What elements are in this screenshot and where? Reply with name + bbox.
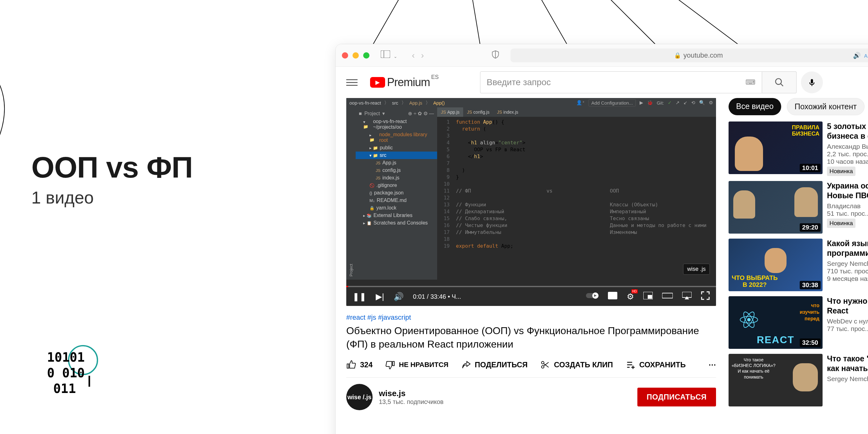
search-input[interactable]: Введите запрос ⌨ [480, 71, 762, 93]
recommendation-thumbnail[interactable]: ЧТО ВЫБРАТЬВ 2022?30:38 [728, 239, 823, 291]
sidebar-toggle-icon[interactable]: ⌄ [381, 51, 397, 60]
next-button[interactable]: ▶| [376, 292, 384, 302]
recommendation-meta: Украина ост... \ Новые ПВО...Владислав51… [827, 181, 868, 234]
channel-name[interactable]: wise.js [379, 389, 631, 398]
recommendation-age: 10 часов наза... [827, 158, 868, 165]
minimize-window-button[interactable] [352, 52, 359, 59]
recommendation-item[interactable]: 29:20Украина ост... \ Новые ПВО...Владис… [728, 181, 868, 234]
svg-text:10101: 10101 [47, 350, 85, 365]
recommendation-title: Украина ост... \ Новые ПВО... [827, 181, 868, 200]
recommendation-title: Что такое "б... как начать е... [827, 354, 868, 373]
share-button[interactable]: ПОДЕЛИТЬСЯ [461, 360, 528, 370]
svg-point-30 [747, 318, 750, 321]
translate-icon[interactable]: ᴀA [864, 52, 868, 59]
new-badge: Новинка [827, 219, 856, 228]
airplay-button[interactable] [682, 292, 691, 302]
audio-icon[interactable]: 🔊 [853, 52, 861, 59]
video-player[interactable]: oop-vs-fn-react〉 src〉 App.js〉 App() 👤⁺ A… [346, 98, 716, 306]
clip-button[interactable]: СОЗДАТЬ КЛИП [540, 360, 613, 370]
recommendation-channel: Sergey Nemch... [827, 260, 868, 267]
recommendation-title: Что нужно з... React [827, 296, 868, 315]
recommendation-item[interactable]: чтоизучитьпередREACT32:50Что нужно з... … [728, 296, 868, 349]
fullscreen-button[interactable] [701, 291, 710, 302]
privacy-shield-icon[interactable] [492, 50, 499, 61]
recommendation-channel: Владислав [827, 202, 868, 210]
search-button[interactable] [762, 71, 797, 93]
svg-text:0 010: 0 010 [47, 366, 85, 380]
window-controls [342, 52, 369, 59]
more-actions-button[interactable]: ⋯ [709, 360, 716, 369]
dislike-button[interactable]: НЕ НРАВИТСЯ [385, 360, 448, 370]
youtube-body: oop-vs-fn-react〉 src〉 App.js〉 App() 👤⁺ A… [336, 98, 868, 410]
save-button[interactable]: СОХРАНИТЬ [625, 360, 686, 370]
like-button[interactable]: 324 [346, 360, 373, 370]
back-button[interactable]: ‹ [412, 51, 414, 60]
chip-all-videos[interactable]: Все видео [728, 98, 781, 115]
miniplayer-button[interactable] [643, 292, 653, 302]
autoplay-toggle[interactable] [586, 292, 598, 302]
editor-tabs: JSApp.js JSconfig.js JSindex.js [437, 107, 716, 117]
recommendation-thumbnail[interactable]: ПРАВИЛАБИЗНЕСА10:01 [728, 122, 823, 174]
recommendations-column: Все видео Похожий контент ПРАВИЛАБИЗНЕСА… [728, 98, 868, 410]
video-duration: 30:38 [800, 281, 821, 289]
ide-body: Project ■Project▾⊕ ÷ ✿ ⚙ — ▾ 📁oop-vs-fn-… [346, 107, 716, 280]
video-duration: 32:50 [800, 338, 821, 347]
recommendation-meta: Что нужно з... ReactWebDev с нуля...77 т… [827, 296, 868, 349]
code-editor: 12345678910111213141516171819 function A… [437, 117, 716, 280]
video-actions: 324 НЕ НРАВИТСЯ ПОДЕЛИТЬСЯ СОЗДАТЬ КЛИП [346, 360, 716, 378]
ide-sidebar-tabs: Project [346, 107, 356, 280]
recommendation-views: 51 тыс. прос... [827, 210, 868, 217]
recommendation-views: 2,2 тыс. прос... [827, 150, 868, 158]
youtube-header: ▶ Premium ES Введите запрос ⌨ [336, 67, 868, 98]
video-title: Объектно Ориентированное (ООП) vs Функци… [346, 324, 716, 351]
menu-button[interactable] [346, 77, 358, 88]
recommendation-age: 9 месяцев наз... [827, 275, 868, 282]
recommendation-views: 710 тыс. прос... [827, 267, 868, 275]
voice-search-button[interactable] [801, 71, 823, 93]
address-bar[interactable]: 🔒 youtube.com 🔊 ᴀA ↻ [510, 48, 868, 62]
video-hashtags[interactable]: #react #js #javascript [346, 313, 716, 322]
navigation-arrows: ‹ › [412, 51, 424, 60]
captions-button[interactable] [608, 292, 617, 302]
svg-rect-17 [648, 295, 652, 299]
subscriber-count: 13,5 тыс. подписчиков [379, 398, 631, 405]
recommendation-meta: Что такое "б... как начать е...Sergey Ne… [827, 354, 868, 406]
svg-point-8 [776, 78, 781, 85]
recommendation-thumbnail[interactable]: Что такое«БИЗНЕС ЛОГИКА»?И как начать её… [728, 354, 823, 406]
page-title: ООП vs ФП [31, 150, 193, 185]
time-display: 0:01 / 33:46 • Ч... [413, 293, 461, 300]
chip-similar-content[interactable]: Похожий контент [787, 98, 865, 115]
settings-button[interactable]: ⚙HD [627, 292, 634, 302]
close-window-button[interactable] [342, 52, 348, 59]
url-text: youtube.com [683, 52, 723, 60]
theater-button[interactable] [662, 292, 673, 302]
left-info-panel: ООП vs ФП 1 видео [31, 150, 193, 208]
recommendation-meta: 5 золотых п... бизнеса в с...Александр В… [827, 122, 868, 176]
recommendation-item[interactable]: ПРАВИЛАБИЗНЕСА10:015 золотых п... бизнес… [728, 122, 868, 176]
search-container: Введите запрос ⌨ [480, 71, 823, 93]
svg-rect-10 [811, 79, 813, 84]
recommendation-item[interactable]: ЧТО ВЫБРАТЬВ 2022?30:38Какой язык програ… [728, 239, 868, 291]
ide-toolbar: oop-vs-fn-react〉 src〉 App.js〉 App() 👤⁺ A… [346, 98, 716, 107]
recommendation-list: ПРАВИЛАБИЗНЕСА10:015 золотых п... бизнес… [728, 122, 868, 406]
keyboard-icon[interactable]: ⌨ [745, 78, 755, 87]
player-controls: ❚❚ ▶| 🔊 0:01 / 33:46 • Ч... ⚙HD [346, 287, 716, 306]
channel-row: wise /.js wise.js 13,5 тыс. подписчиков … [346, 384, 716, 410]
video-column: oop-vs-fn-react〉 src〉 App.js〉 App() 👤⁺ A… [346, 98, 716, 410]
pause-button[interactable]: ❚❚ [352, 292, 366, 302]
youtube-play-icon: ▶ [370, 77, 385, 88]
volume-button[interactable]: 🔊 [394, 292, 404, 302]
channel-avatar[interactable]: wise /.js [346, 384, 373, 410]
ide-file-tree: ■Project▾⊕ ÷ ✿ ⚙ — ▾ 📁oop-vs-fn-react ~/… [356, 107, 437, 280]
recommendation-thumbnail[interactable]: 29:20 [728, 181, 823, 234]
wise-js-binary-logo: 10101 0 010 011 [41, 344, 103, 402]
page-subtitle: 1 видео [31, 188, 193, 208]
recommendation-item[interactable]: Что такое«БИЗНЕС ЛОГИКА»?И как начать её… [728, 354, 868, 406]
region-code: ES [431, 74, 439, 80]
maximize-window-button[interactable] [363, 52, 369, 59]
youtube-logo[interactable]: ▶ Premium ES [370, 76, 430, 89]
forward-button[interactable]: › [421, 51, 424, 60]
recommendation-thumbnail[interactable]: чтоизучитьпередREACT32:50 [728, 296, 823, 349]
subscribe-button[interactable]: ПОДПИСАТЬСЯ [638, 388, 716, 406]
recommendation-channel: Александр Вы... [827, 143, 868, 150]
